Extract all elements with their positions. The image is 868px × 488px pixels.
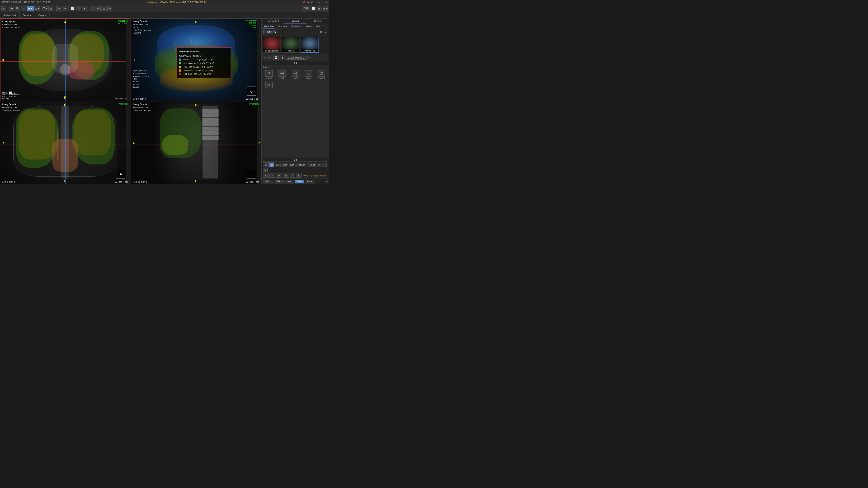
- minip-btn[interactable]: MinIP: [298, 163, 307, 167]
- star-btn[interactable]: ☆: [264, 56, 266, 59]
- workflow-tab-3dsetting[interactable]: 3D Setting: [289, 25, 303, 29]
- window-controls[interactable]: 📌 ◀ ⚙ ? ─ □ ✕: [303, 1, 327, 4]
- lda-arrow-btn[interactable]: ▾: [324, 31, 327, 34]
- tool-auto-s[interactable]: $ Auto S: [263, 69, 275, 80]
- side-tab-output[interactable]: Output: [307, 19, 329, 24]
- text-btn[interactable]: T ▾: [42, 6, 48, 11]
- a-btn[interactable]: A: [317, 163, 322, 167]
- lda-expand-btn[interactable]: ⊞: [319, 31, 323, 34]
- tab-viewer[interactable]: Viewer: [20, 12, 35, 18]
- tool-ld2[interactable]: LD2: [276, 69, 288, 80]
- reset-arrow[interactable]: ▲: [310, 174, 312, 177]
- preset-lung[interactable]: Lung: [295, 180, 304, 184]
- tool2-btn[interactable]: ✏: [96, 6, 101, 11]
- hist-row-2: -759~-368 : 1115 (cm³), (18.9 %): [179, 65, 228, 69]
- undo-btn[interactable]: ↩: [56, 6, 61, 11]
- preset-more-btn[interactable]: ⚙: [326, 180, 328, 183]
- roi-btn[interactable]: ⬛: [76, 6, 81, 11]
- workflow-tab-workflow[interactable]: Workflow: [262, 25, 275, 29]
- orient-a-btn[interactable]: A: [263, 173, 269, 177]
- orient-h-btn[interactable]: H: [270, 173, 275, 177]
- scroll-expand-btn[interactable]: ❯❯: [293, 62, 297, 64]
- orient-p-btn[interactable]: P: [276, 173, 282, 177]
- settings-btn[interactable]: ⚙: [311, 1, 313, 4]
- tool4-btn[interactable]: ⚙: [107, 6, 112, 11]
- tool-add-btn[interactable]: +: [268, 66, 269, 68]
- lda-select[interactable]: LDA 2 LDA 1 LDA 3: [264, 30, 277, 34]
- mip-btn[interactable]: MIP: [281, 163, 288, 167]
- frame-icon-tl[interactable]: ⬜: [9, 92, 12, 94]
- 3d-btn[interactable]: 3D: [275, 163, 281, 167]
- back-btn[interactable]: ◀: [307, 1, 309, 4]
- home-btn[interactable]: ⌂: [1, 6, 6, 11]
- cpr-btn[interactable]: CPR: [302, 6, 310, 11]
- workflow-tab-series[interactable]: Series: [304, 25, 313, 29]
- thumb-free-roi[interactable]: Free ROI: [282, 37, 300, 53]
- minimize-btn[interactable]: ─: [318, 1, 320, 4]
- thumb-volume-hist[interactable]: Volume Hist: [301, 37, 319, 53]
- clear-mask-btn[interactable]: Clear Mask: [313, 174, 326, 177]
- tool3-btn[interactable]: ◎: [101, 6, 106, 11]
- thumb-lung-segment[interactable]: Lung Segment: [263, 37, 281, 53]
- play-icon-tl[interactable]: ▷: [6, 92, 8, 94]
- viewport-top-right[interactable]: Lung Quant K655739161186 Se: 3 03/25/202…: [131, 19, 261, 101]
- mpr-btn[interactable]: MPR: [289, 163, 297, 167]
- tab-output[interactable]: Output: [35, 12, 50, 18]
- orient-box-tr[interactable]: HA PF: [247, 87, 256, 96]
- preset-bone[interactable]: Bone: [305, 180, 314, 184]
- preset-head[interactable]: Head: [285, 180, 294, 184]
- orient-f-btn[interactable]: F: [290, 173, 296, 177]
- viewport-top-left[interactable]: Lung Quant K655739161186 03/25/2020 9:57…: [0, 19, 130, 101]
- refresh-btn[interactable]: ↺: [21, 6, 26, 11]
- orient-r-btn[interactable]: R: [283, 173, 289, 177]
- workflow-tab-template[interactable]: Template: [276, 25, 289, 29]
- orient-box-bl-letter: A: [119, 172, 122, 176]
- tool-freeroi[interactable]: FreeRO: [315, 69, 328, 80]
- side-tab-patient[interactable]: Patient List: [261, 19, 284, 24]
- tool-lowatt[interactable]: LowAtt: [289, 69, 301, 80]
- zoom-btn[interactable]: 🔍: [15, 6, 20, 11]
- close-btn[interactable]: ✕: [325, 1, 327, 4]
- tool-more[interactable]: >>: [263, 81, 275, 90]
- s-btn[interactable]: S: [322, 163, 327, 167]
- layout-btn[interactable]: ⊞ ▾: [35, 6, 39, 11]
- viewport-bottom-right[interactable]: Lung Quant K655739161186 03/25/2020 9:57…: [131, 102, 261, 184]
- workflow-tab-mia[interactable]: M/A: [314, 25, 322, 29]
- thumb-img-volhist: [301, 37, 318, 50]
- upload-measure-btn[interactable]: ⬆: [280, 55, 285, 60]
- restore-btn[interactable]: □: [322, 1, 323, 4]
- tool1-btn[interactable]: ↕: [90, 6, 95, 11]
- export-expand-btn[interactable]: ▾: [307, 56, 311, 59]
- view-options-btn[interactable]: ⊕ ▾: [323, 6, 328, 11]
- help-btn[interactable]: ?: [315, 1, 316, 4]
- capture-btn[interactable]: ⬜: [70, 6, 75, 11]
- reset-btn[interactable]: Reset: [303, 174, 309, 177]
- camera-icon-tl[interactable]: 📷: [2, 92, 5, 94]
- side-tab-viewer[interactable]: Viewer: [284, 19, 307, 24]
- cursor-btn[interactable]: ▶ ▾: [27, 6, 34, 11]
- mpr-layout-btn[interactable]: ⊞: [317, 6, 322, 11]
- viewport-bottom-left[interactable]: Lung Quant K655739161186 03/25/2020 9:57…: [0, 102, 130, 184]
- redo-btn[interactable]: ↪: [62, 6, 67, 11]
- more-btn[interactable]: ▾: [82, 6, 87, 11]
- cpr-plus-btn[interactable]: ⬜: [311, 6, 316, 11]
- export-measure-btn[interactable]: Export Measur...: [286, 56, 307, 60]
- pin-btn[interactable]: 📌: [303, 1, 306, 4]
- grid-btn[interactable]: ⊞: [49, 6, 53, 11]
- tmpr-btn[interactable]: TMPR: [307, 163, 316, 167]
- orient-l-btn[interactable]: L: [296, 173, 302, 177]
- c-btn[interactable]: C: [263, 168, 268, 172]
- save-measure-btn[interactable]: 💾: [273, 55, 279, 60]
- scroll-expand-bottom-btn[interactable]: ❯❯: [293, 158, 297, 161]
- add-measure-btn[interactable]: +: [267, 55, 272, 60]
- pan-btn[interactable]: ✥: [9, 6, 14, 11]
- tool-region[interactable]: Region: [303, 69, 315, 80]
- preset-abd2[interactable]: Abd 2: [274, 180, 284, 184]
- orient-box-bl[interactable]: A: [116, 170, 125, 179]
- expand-icon-tl[interactable]: ▲: [13, 92, 16, 94]
- preset-abd1[interactable]: Abd 1: [263, 180, 273, 184]
- quad-view-btn[interactable]: ⊞: [263, 162, 269, 167]
- single-view-btn[interactable]: ▣: [269, 162, 274, 167]
- tab-patient-list[interactable]: Patient List: [0, 12, 20, 18]
- orient-box-br[interactable]: L: [247, 170, 256, 179]
